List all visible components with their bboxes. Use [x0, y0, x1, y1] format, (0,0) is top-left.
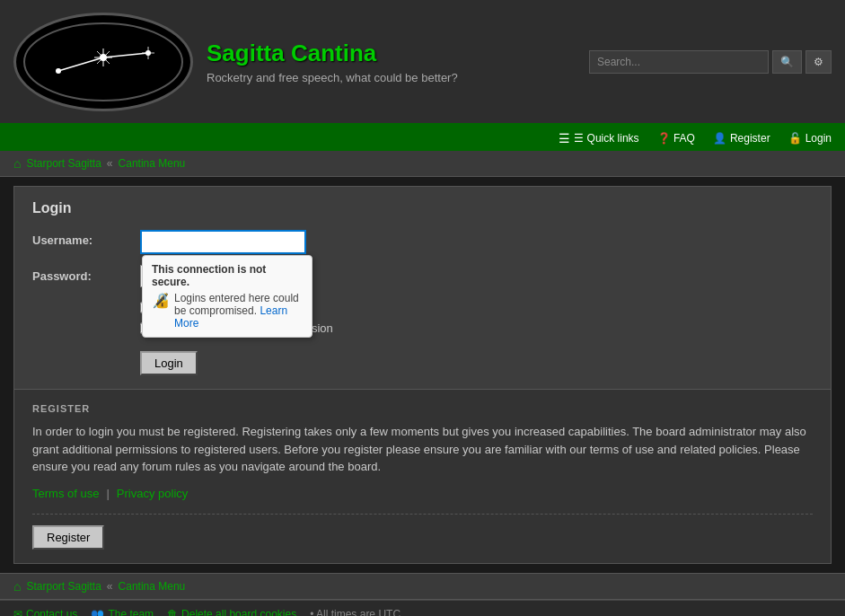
links-separator: |	[106, 487, 109, 500]
breadcrumb-home-link[interactable]: Starport Sagitta	[26, 157, 101, 170]
team-link[interactable]: 👥 The team	[91, 608, 154, 617]
search-button[interactable]: 🔍	[772, 50, 802, 74]
login-title: Login	[32, 200, 813, 216]
quick-links-icon: ☰	[559, 131, 570, 145]
trash-icon: 🗑	[167, 608, 178, 617]
nav-bar: ☰ ☰ Quick links ❓ FAQ 👤 Register 🔓 Login	[0, 126, 845, 151]
quick-links-label: ☰ Quick links	[574, 132, 638, 145]
site-title-block: Sagitta Cantina Rocketry and free speech…	[207, 40, 458, 84]
register-section: REGISTER In order to login you must be r…	[14, 389, 831, 563]
footer-center-links: ✉ Contact us 👥 The team 🗑 Delete all boa…	[13, 608, 400, 617]
delete-cookies-link[interactable]: 🗑 Delete all board cookies	[167, 608, 296, 617]
breadcrumb-separator: «	[107, 157, 113, 170]
footer-home-link[interactable]: Starport Sagitta	[26, 580, 101, 593]
register-icon: 👤	[713, 132, 726, 145]
faq-nav[interactable]: ❓ FAQ	[657, 132, 695, 145]
register-heading: REGISTER	[32, 403, 813, 414]
breadcrumb: ⌂ Starport Sagitta « Cantina Menu	[0, 151, 845, 177]
password-label: Password:	[32, 269, 140, 283]
login-button-container: Login	[32, 344, 813, 375]
header-left: Sagitta Cantina Rocketry and free speech…	[13, 13, 458, 111]
register-nav[interactable]: 👤 Register	[713, 132, 770, 145]
site-subtitle: Rocketry and free speech, what could be …	[207, 71, 458, 84]
tooltip-body: 🔏 Logins entered here could be compromis…	[152, 292, 303, 330]
username-input[interactable]	[140, 230, 306, 254]
advanced-search-button[interactable]: ⚙	[805, 50, 832, 74]
timezone-info: • All times are UTC	[310, 608, 400, 617]
site-logo	[13, 13, 193, 111]
tooltip-title: This connection is not secure.	[152, 263, 303, 288]
tooltip-body-text: Logins entered here could be compromised…	[174, 292, 303, 330]
site-title: Sagitta Cantina	[207, 40, 458, 67]
login-section: Login Username: This connection is not s…	[14, 187, 831, 389]
register-label: Register	[730, 132, 770, 145]
divider	[32, 514, 813, 515]
broken-lock-icon: 🔏	[152, 292, 170, 309]
footer-breadcrumb: ⌂ Starport Sagitta « Cantina Menu	[0, 573, 845, 600]
mail-icon: ✉	[13, 608, 22, 617]
header-right: 🔍 ⚙	[589, 50, 832, 74]
policy-links-row: Terms of use | Privacy policy	[32, 487, 813, 500]
search-bar: 🔍 ⚙	[589, 50, 832, 74]
main-content: Login Username: This connection is not s…	[13, 186, 832, 564]
security-tooltip: This connection is not secure. 🔏 Logins …	[142, 255, 312, 338]
footer-home-icon: ⌂	[13, 579, 21, 594]
terms-of-use-link[interactable]: Terms of use	[32, 487, 99, 500]
home-icon: ⌂	[13, 156, 21, 171]
breadcrumb-current: Cantina Menu	[119, 157, 186, 170]
faq-label: ❓ FAQ	[657, 132, 695, 145]
header: Sagitta Cantina Rocketry and free speech…	[0, 0, 845, 126]
footer-current: Cantina Menu	[119, 580, 186, 593]
quick-links-nav[interactable]: ☰ ☰ Quick links	[559, 131, 638, 145]
register-button[interactable]: Register	[32, 525, 104, 550]
svg-point-3	[56, 68, 61, 74]
footer-links: ✉ Contact us 👥 The team 🗑 Delete all boa…	[0, 600, 845, 617]
search-input[interactable]	[589, 50, 769, 74]
username-label: Username:	[32, 230, 140, 247]
contact-us-link[interactable]: ✉ Contact us	[13, 608, 77, 617]
register-description: In order to login you must be registered…	[32, 423, 813, 476]
login-nav[interactable]: 🔓 Login	[788, 132, 832, 145]
username-row: Username: This connection is not secure.…	[32, 230, 813, 254]
login-label: Login	[805, 132, 832, 145]
login-button[interactable]: Login	[140, 351, 198, 375]
team-icon: 👥	[91, 608, 104, 617]
privacy-policy-link[interactable]: Privacy policy	[117, 487, 188, 500]
login-icon: 🔓	[788, 132, 802, 145]
footer-separator: «	[107, 580, 113, 593]
